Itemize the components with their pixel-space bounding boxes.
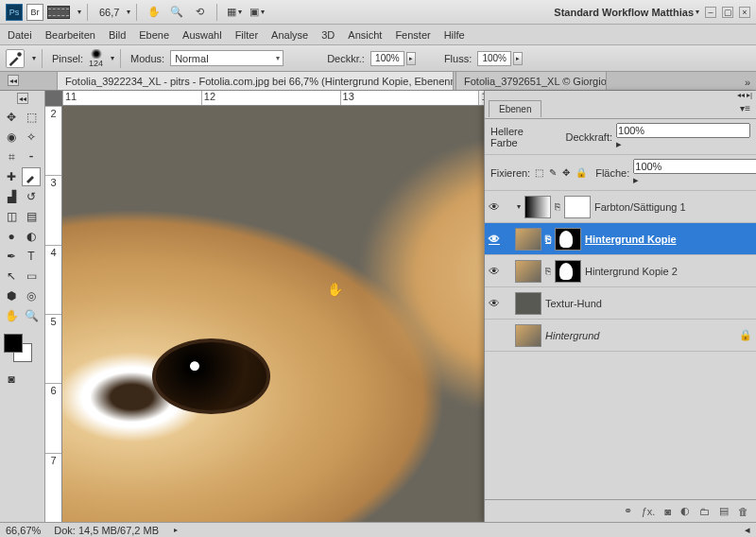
- lock-all-icon[interactable]: 🔒: [576, 166, 587, 180]
- menu-hilfe[interactable]: Hilfe: [444, 29, 465, 41]
- layer-thumb[interactable]: [524, 196, 551, 218]
- fx-icon[interactable]: ƒx.: [642, 506, 656, 517]
- move-tool-icon[interactable]: ✥: [2, 108, 21, 127]
- dropdown-icon[interactable]: ▾: [32, 54, 36, 62]
- doc-tab-inactive[interactable]: Fotolia_3792651_XL © Giorgio G: [455, 71, 607, 90]
- gradient-tool-icon[interactable]: ▤: [22, 207, 41, 226]
- opacity-input[interactable]: [370, 51, 404, 66]
- dropdown-icon[interactable]: ▾: [111, 54, 114, 62]
- arrange-docs-icon[interactable]: ▦▾: [226, 4, 243, 21]
- visibility-icon[interactable]: 👁: [489, 200, 500, 214]
- lock-position-icon[interactable]: ✥: [562, 166, 570, 180]
- blend-mode-select[interactable]: Normal: [170, 50, 284, 66]
- 3d-tool-icon[interactable]: ⬢: [2, 286, 21, 305]
- collapse-icon[interactable]: ◂◂: [17, 93, 28, 104]
- layer-row[interactable]: 👁 Hintergrund 🔒: [485, 320, 756, 352]
- menu-bearbeiten[interactable]: Bearbeiten: [45, 29, 95, 41]
- layer-row[interactable]: 👁 ⎘ Hintergrund Kopie 2: [485, 255, 756, 287]
- wand-tool-icon[interactable]: ✧: [22, 128, 41, 147]
- collapse-icon[interactable]: ◂◂ ▸|: [485, 91, 756, 98]
- brush-tool-icon[interactable]: [22, 167, 41, 186]
- ruler-vertical[interactable]: 234567: [45, 106, 62, 522]
- brush-size[interactable]: 124: [89, 59, 103, 68]
- menu-3d[interactable]: 3D: [321, 29, 335, 41]
- fill-input[interactable]: [633, 159, 756, 174]
- mask-icon[interactable]: ◙: [664, 506, 671, 517]
- delete-layer-icon[interactable]: 🗑: [738, 506, 748, 517]
- eyedropper-tool-icon[interactable]: ⁃: [22, 147, 41, 166]
- layer-row[interactable]: 👁 ⎘ Hintergrund Kopie: [485, 223, 756, 255]
- close-button[interactable]: ×: [739, 7, 750, 18]
- 3d-camera-icon[interactable]: ◎: [22, 286, 41, 305]
- layer-mask-thumb[interactable]: [555, 228, 581, 251]
- lasso-tool-icon[interactable]: ◉: [2, 128, 21, 147]
- layer-name[interactable]: Textur-Hund: [545, 298, 602, 309]
- collapse-icon[interactable]: ◂◂: [8, 75, 19, 86]
- layer-name[interactable]: Hintergrund: [545, 330, 599, 341]
- visibility-icon[interactable]: 👁: [489, 297, 500, 310]
- menu-datei[interactable]: Datei: [8, 29, 32, 41]
- zoom-level[interactable]: 66,7: [99, 7, 119, 18]
- dropdown-icon[interactable]: ▾: [77, 8, 81, 16]
- screen-mode-icon[interactable]: ▣▾: [249, 4, 266, 21]
- menu-fenster[interactable]: Fenster: [395, 29, 430, 41]
- menu-auswahl[interactable]: Auswahl: [182, 29, 222, 41]
- layer-opacity-input[interactable]: [616, 123, 750, 138]
- quickmask-icon[interactable]: ◙: [2, 370, 21, 389]
- menu-ansicht[interactable]: Ansicht: [348, 29, 382, 41]
- layers-tab[interactable]: Ebenen: [489, 100, 541, 117]
- menu-filter[interactable]: Filter: [235, 29, 258, 41]
- eraser-tool-icon[interactable]: ◫: [2, 207, 21, 226]
- menu-bild[interactable]: Bild: [109, 29, 126, 41]
- hand-tool-icon[interactable]: ✋: [146, 4, 163, 21]
- menu-analyse[interactable]: Analyse: [271, 29, 308, 41]
- layer-name[interactable]: Hintergrund Kopie: [585, 234, 677, 245]
- layer-name[interactable]: Hintergrund Kopie 2: [585, 266, 678, 277]
- blend-mode-select[interactable]: Hellere Farbe: [490, 126, 524, 148]
- blur-tool-icon[interactable]: ●: [2, 227, 21, 246]
- pen-tool-icon[interactable]: ✒: [2, 247, 21, 266]
- menu-ebene[interactable]: Ebene: [139, 29, 169, 41]
- layer-mask-thumb[interactable]: [555, 260, 581, 283]
- link-layers-icon[interactable]: ⚭: [624, 505, 632, 517]
- color-swatches[interactable]: [2, 332, 40, 366]
- visibility-icon[interactable]: 👁: [489, 233, 500, 246]
- dropdown-icon[interactable]: ▾: [696, 8, 699, 16]
- lock-transparent-icon[interactable]: ⬚: [535, 166, 543, 180]
- maximize-button[interactable]: ▢: [722, 7, 733, 18]
- stamp-tool-icon[interactable]: ▟: [2, 187, 21, 206]
- dropdown-icon[interactable]: ▾: [127, 8, 130, 16]
- adjustment-icon[interactable]: ◐: [680, 505, 690, 517]
- zoom-tool-icon[interactable]: 🔍: [22, 306, 41, 325]
- group-icon[interactable]: 🗀: [699, 506, 710, 517]
- visibility-icon[interactable]: 👁: [489, 265, 500, 278]
- flyout-icon[interactable]: ▸: [174, 526, 178, 534]
- layer-thumb[interactable]: [515, 228, 541, 251]
- flyout-icon[interactable]: ▸: [406, 52, 416, 65]
- minimize-button[interactable]: –: [705, 7, 716, 18]
- zoom-tool-icon[interactable]: 🔍: [168, 4, 185, 21]
- fg-color-swatch[interactable]: [4, 334, 23, 353]
- status-doc-size[interactable]: Dok: 14,5 MB/67,2 MB: [54, 525, 159, 536]
- flow-input[interactable]: [477, 51, 511, 66]
- path-tool-icon[interactable]: ↖: [2, 267, 21, 286]
- flyout-icon[interactable]: ▸: [616, 138, 750, 150]
- layer-thumb[interactable]: [515, 292, 541, 315]
- layer-row[interactable]: 👁 Textur-Hund: [485, 287, 756, 320]
- shape-tool-icon[interactable]: ▭: [22, 267, 41, 286]
- flyout-icon[interactable]: ▸: [513, 52, 523, 65]
- workspace-title[interactable]: Standard Workflow Matthias: [554, 7, 694, 18]
- tab-overflow-icon[interactable]: »: [739, 75, 756, 90]
- layer-mask-thumb[interactable]: [564, 196, 591, 218]
- type-tool-icon[interactable]: T: [22, 247, 41, 266]
- dodge-tool-icon[interactable]: ◐: [22, 227, 41, 246]
- bridge-logo-icon[interactable]: Br: [26, 4, 43, 21]
- rotate-view-icon[interactable]: ⟲: [191, 4, 208, 21]
- layer-thumb[interactable]: [515, 260, 541, 283]
- panel-menu-icon[interactable]: ▾≡: [734, 103, 756, 113]
- status-zoom[interactable]: 66,67%: [6, 525, 41, 536]
- minibridge-icon[interactable]: [47, 6, 70, 19]
- lock-pixels-icon[interactable]: ✎: [549, 166, 557, 180]
- new-layer-icon[interactable]: ▤: [719, 505, 729, 517]
- layer-thumb[interactable]: [515, 324, 541, 347]
